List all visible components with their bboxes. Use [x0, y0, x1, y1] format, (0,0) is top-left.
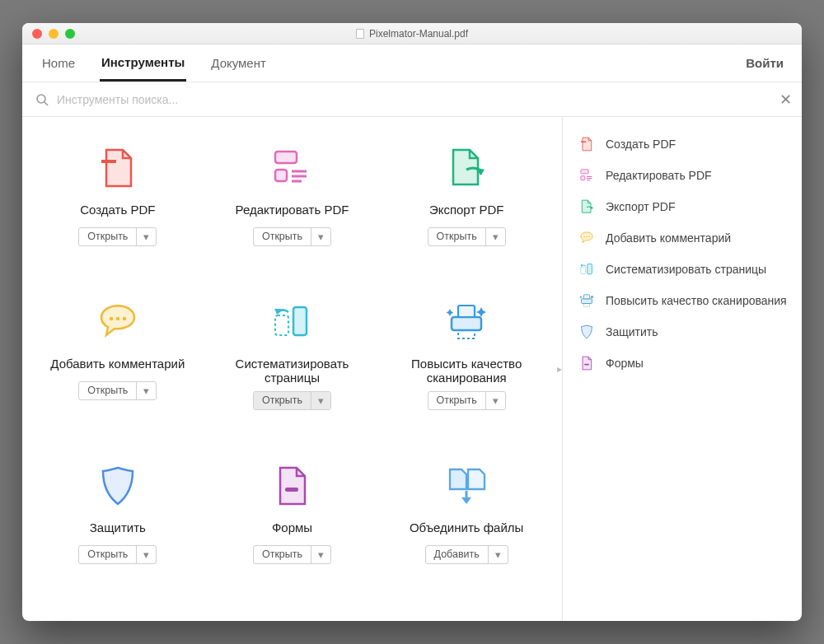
tool-organize[interactable]: Систематизировать страницы Открыть ▾: [205, 296, 380, 410]
tool-enhance[interactable]: Повысить качество сканирования Открыть ▾: [379, 296, 554, 410]
enhance-icon: [578, 292, 596, 310]
clear-search-button[interactable]: ✕: [774, 91, 797, 109]
minimize-window-button[interactable]: [49, 29, 59, 39]
enhance-icon: [440, 296, 493, 348]
content-area: Создать PDF Открыть ▾ Редактировать PDF …: [22, 117, 802, 621]
protect-icon: [578, 323, 596, 341]
sidebar-item-label: Систематизировать страницы: [606, 263, 766, 276]
svg-rect-11: [293, 307, 307, 335]
sidebar-item-label: Защитить: [606, 325, 658, 338]
svg-point-9: [116, 317, 119, 320]
svg-rect-30: [583, 295, 589, 299]
tool-export[interactable]: Экспорт PDF Открыть ▾: [379, 142, 554, 246]
collapse-sidebar-button[interactable]: ▸: [557, 363, 562, 375]
sidebar-item-edit[interactable]: Редактировать PDF: [571, 160, 794, 191]
svg-rect-31: [583, 304, 589, 307]
search-input[interactable]: [57, 93, 765, 106]
split-main[interactable]: Открыть: [79, 546, 137, 563]
svg-rect-13: [452, 317, 481, 330]
tool-label: Повысить качество сканирования: [396, 357, 536, 385]
split-main[interactable]: Открыть: [428, 228, 486, 245]
split-main[interactable]: Открыть: [254, 228, 311, 245]
svg-rect-16: [285, 488, 298, 492]
edit-icon: [265, 142, 318, 194]
export-icon: [578, 198, 596, 216]
create-icon: [578, 135, 596, 153]
split-caret[interactable]: ▾: [311, 228, 330, 245]
sidebar-item-enhance[interactable]: Повысить качество сканирования: [571, 285, 794, 316]
split-main[interactable]: Открыть: [254, 546, 311, 563]
tools-grid-panel[interactable]: Создать PDF Открыть ▾ Редактировать PDF …: [22, 117, 563, 621]
tab-document[interactable]: Документ: [209, 46, 268, 80]
create-icon: [91, 142, 144, 194]
sidebar-item-label: Экспорт PDF: [606, 200, 676, 213]
organize-icon: [265, 296, 318, 348]
top-tabs: Home Инструменты Документ Войти: [22, 44, 802, 82]
tool-edit-open-button[interactable]: Открыть ▾: [253, 227, 331, 246]
tool-protect[interactable]: Защитить Открыть ▾: [30, 460, 205, 564]
sidebar-item-organize[interactable]: Систематизировать страницы: [571, 254, 794, 285]
tool-label: Добавить комментарий: [50, 357, 185, 375]
svg-point-10: [123, 317, 126, 320]
tool-combine[interactable]: Объединить файлы Добавить ▾: [379, 460, 554, 564]
svg-rect-2: [101, 160, 116, 163]
tool-comment[interactable]: Добавить комментарий Открыть ▾: [30, 296, 205, 410]
tool-create-open-button[interactable]: Открыть ▾: [78, 227, 157, 246]
tool-comment-open-button[interactable]: Открыть ▾: [78, 381, 157, 400]
split-caret[interactable]: ▾: [137, 382, 156, 399]
split-caret[interactable]: ▾: [486, 392, 505, 409]
split-main[interactable]: Открыть: [254, 392, 311, 409]
split-main[interactable]: Открыть: [79, 228, 137, 245]
zoom-window-button[interactable]: [65, 29, 75, 39]
combine-icon: [440, 460, 493, 512]
tool-protect-open-button[interactable]: Открыть ▾: [78, 545, 157, 564]
export-icon: [440, 142, 493, 194]
tool-combine-open-button[interactable]: Добавить ▾: [425, 545, 508, 564]
split-caret[interactable]: ▾: [137, 228, 156, 245]
svg-rect-3: [275, 152, 297, 163]
svg-point-8: [110, 317, 113, 320]
split-caret[interactable]: ▾: [486, 228, 505, 245]
sidebar-item-label: Создать PDF: [606, 138, 676, 151]
split-caret[interactable]: ▾: [311, 392, 330, 409]
comment-icon: [578, 229, 596, 247]
split-main[interactable]: Открыть: [79, 382, 137, 399]
close-window-button[interactable]: [32, 29, 42, 39]
tool-organize-open-button[interactable]: Открыть ▾: [253, 391, 331, 410]
sidebar-item-create[interactable]: Создать PDF: [571, 128, 794, 160]
split-caret[interactable]: ▾: [311, 546, 330, 563]
search-bar: ✕: [22, 82, 802, 117]
tool-forms[interactable]: Формы Открыть ▾: [205, 460, 380, 564]
tool-label: Формы: [272, 520, 312, 539]
svg-rect-15: [458, 330, 475, 338]
organize-icon: [578, 260, 596, 278]
split-main[interactable]: Добавить: [426, 546, 489, 563]
tool-label: Экспорт PDF: [429, 203, 504, 221]
sidebar-item-label: Повысить качество сканирования: [606, 294, 787, 307]
login-button[interactable]: Войти: [746, 56, 784, 70]
split-caret[interactable]: ▾: [489, 546, 508, 563]
sidebar: ▸ Создать PDF Редактировать PDF Экспорт …: [563, 117, 802, 621]
tool-label: Редактировать PDF: [236, 203, 349, 221]
sidebar-item-forms[interactable]: Формы: [571, 348, 794, 379]
tool-enhance-open-button[interactable]: Открыть ▾: [428, 391, 506, 410]
tool-export-open-button[interactable]: Открыть ▾: [428, 227, 506, 246]
forms-icon: [265, 460, 318, 512]
split-main[interactable]: Открыть: [428, 392, 486, 409]
sidebar-item-protect[interactable]: Защитить: [571, 316, 794, 348]
sidebar-item-comment[interactable]: Добавить комментарий: [571, 222, 794, 254]
tool-forms-open-button[interactable]: Открыть ▾: [253, 545, 331, 564]
tab-home[interactable]: Home: [40, 46, 77, 80]
tool-create[interactable]: Создать PDF Открыть ▾: [30, 142, 205, 246]
svg-point-25: [586, 236, 588, 238]
tool-label: Объединить файлы: [410, 520, 523, 539]
svg-rect-14: [458, 306, 475, 317]
tab-tools[interactable]: Инструменты: [100, 45, 186, 82]
sidebar-item-export[interactable]: Экспорт PDF: [571, 191, 794, 222]
tool-label: Создать PDF: [80, 203, 155, 221]
tool-label: Систематизировать страницы: [222, 357, 362, 385]
svg-line-1: [44, 102, 48, 105]
tool-edit[interactable]: Редактировать PDF Открыть ▾: [205, 142, 380, 246]
split-caret[interactable]: ▾: [137, 546, 156, 563]
protect-icon: [91, 460, 144, 512]
